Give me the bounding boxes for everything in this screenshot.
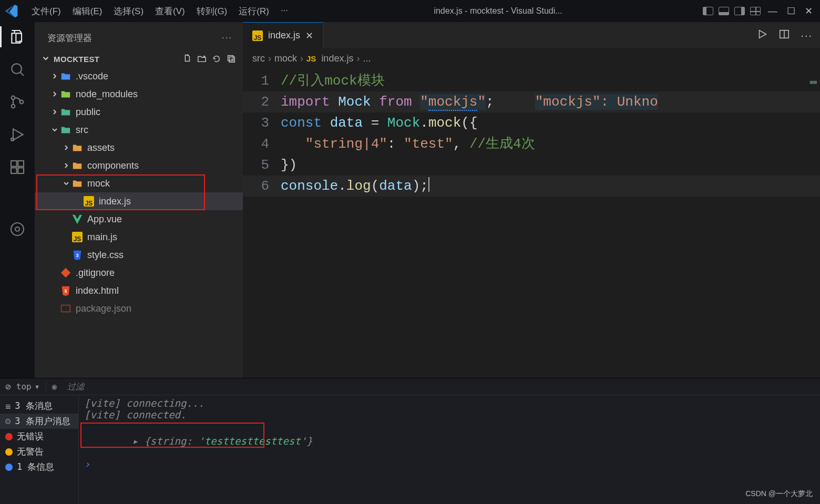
menu-edit[interactable]: 编辑(E) [67,3,108,19]
line-number: 5 [243,155,281,176]
crumb-mock[interactable]: mock [274,53,297,64]
js-icon: JS [306,54,316,63]
layout-grid-icon[interactable] [750,7,761,15]
explorer-icon[interactable] [8,27,27,46]
tree-src[interactable]: src [35,121,243,139]
folder-icon [60,70,71,82]
live-expression-icon[interactable]: ◉ [52,382,57,392]
editor-more-icon[interactable]: ··· [801,29,813,42]
code-line[interactable]: 5}) [243,155,820,176]
svg-rect-5 [11,161,17,167]
menu-go[interactable]: 转到(G) [191,3,233,19]
minimap[interactable]: ▄▄ [810,70,817,91]
sidebar-title: 资源管理器 ··· [35,25,243,50]
console-object-line[interactable]: ▸ {string: 'testtesttesttest'} [84,424,815,458]
chevron-right-icon[interactable] [49,72,60,80]
tree-mock[interactable]: mock [35,174,243,192]
tree-public[interactable]: public [35,103,243,121]
tree-package-json[interactable]: package.json [35,300,243,317]
folder-icon [71,178,83,189]
context-selector[interactable]: top ▾ [16,382,47,392]
project-section-header[interactable]: MOCKTEST [35,50,243,67]
search-icon[interactable] [8,60,27,79]
minimize-button[interactable]: — [768,6,777,17]
layout-bottom-icon[interactable] [719,7,729,15]
menu-bar: 文件(F) 编辑(E) 选择(S) 查看(V) 转到(G) 运行(R) ··· [26,3,293,19]
title-bar: 文件(F) 编辑(E) 选择(S) 查看(V) 转到(G) 运行(R) ··· … [0,0,820,22]
code-text[interactable]: "string|4": "test", //生成4次 [281,133,820,155]
console-filter-row[interactable]: ≡3 条消息 [0,398,78,414]
layout-controls [703,7,761,15]
tab-index-js[interactable]: JS index.js ✕ [243,22,323,48]
crumb-src[interactable]: src [252,53,265,64]
menu-more[interactable]: ··· [275,3,293,19]
code-text[interactable]: import Mock from "mockjs"; "mockjs": Unk… [281,91,820,112]
code-line[interactable]: 6console.log(data); [243,176,820,197]
tree-label: .gitignore [76,268,115,279]
crumb-more[interactable]: ... [363,53,371,64]
tree-index-js[interactable]: JSindex.js [35,192,243,210]
html-icon: 5 [60,285,71,296]
console-filter-row[interactable]: 无错误 [0,429,78,444]
block-icon[interactable]: ⊘ [5,381,11,392]
code-text[interactable]: }) [281,155,820,176]
refresh-icon[interactable] [210,53,223,65]
extensions-icon[interactable] [8,158,27,177]
console-filter-row[interactable]: 1 条信息 [0,459,78,475]
layout-left-icon[interactable] [703,7,713,15]
sidebar-more-icon[interactable]: ··· [222,33,232,43]
breadcrumbs[interactable]: src › mock › JS index.js › ... [243,48,820,68]
source-control-icon[interactable] [8,92,27,111]
tree-gitignore[interactable]: .gitignore [35,264,243,282]
code-text[interactable]: const data = Mock.mock({ [281,112,820,133]
project-name: MOCKTEST [54,55,99,64]
tree-main-js[interactable]: JSmain.js [35,228,243,246]
code-line[interactable]: 4 "string|4": "test", //生成4次 [243,133,820,155]
tree-label: .vscode [76,71,108,82]
menu-view[interactable]: 查看(V) [150,3,190,19]
console-filter-row[interactable]: 无警告 [0,444,78,459]
crumb-file[interactable]: index.js [321,53,353,64]
maximize-button[interactable]: ☐ [787,5,795,17]
filter-input[interactable] [62,381,815,392]
close-tab-icon[interactable]: ✕ [305,30,313,42]
console-filter-row[interactable]: ☺3 条用户消息 [0,414,78,429]
chevron-right-icon[interactable] [49,90,60,98]
tree-components[interactable]: components [35,157,243,174]
new-file-icon[interactable] [181,53,193,65]
svg-text:3: 3 [76,253,79,258]
layout-right-icon[interactable] [734,7,745,15]
tree-index-html[interactable]: 5index.html [35,282,243,300]
code-line[interactable]: 3const data = Mock.mock({ [243,112,820,133]
chevron-down-icon[interactable] [49,126,60,134]
chevron-right-icon[interactable] [61,161,71,170]
tree-vscode[interactable]: .vscode [35,67,243,85]
remote-icon[interactable] [8,220,27,239]
close-button[interactable]: ✕ [805,5,813,17]
menu-selection[interactable]: 选择(S) [108,3,149,19]
tree-label: mock [87,178,110,189]
code-text[interactable]: //引入mock模块 [281,70,820,91]
menu-file[interactable]: 文件(F) [26,3,66,19]
chevron-right-icon[interactable] [49,108,60,116]
split-editor-icon[interactable] [778,28,790,43]
code-line[interactable]: 2import Mock from "mockjs"; "mockjs": Un… [243,91,820,112]
collapse-all-icon[interactable] [225,53,238,65]
chevron-down-icon[interactable] [61,179,71,188]
code-editor[interactable]: ▄▄ 1//引入mock模块2import Mock from "mockjs"… [243,68,820,378]
code-text[interactable]: console.log(data); [281,176,820,197]
tree-node-modules[interactable]: node_modules [35,85,243,103]
menu-run[interactable]: 运行(R) [233,3,274,19]
expand-icon[interactable]: ▸ { [132,435,150,447]
code-line[interactable]: 1//引入mock模块 [243,70,820,91]
new-folder-icon[interactable] [196,53,208,65]
tree-style-css[interactable]: 3style.css [35,246,243,264]
activity-bar [0,22,35,378]
console-output[interactable]: [vite] connecting... [vite] connected. ▸… [79,395,820,504]
tree-assets[interactable]: assets [35,139,243,157]
run-file-icon[interactable] [756,28,768,43]
run-debug-icon[interactable] [8,125,27,144]
chevron-right-icon[interactable] [61,143,71,152]
tree-app-vue[interactable]: App.vue [35,210,243,228]
file-tree: .vscodenode_modulespublicsrcassetscompon… [35,67,243,378]
